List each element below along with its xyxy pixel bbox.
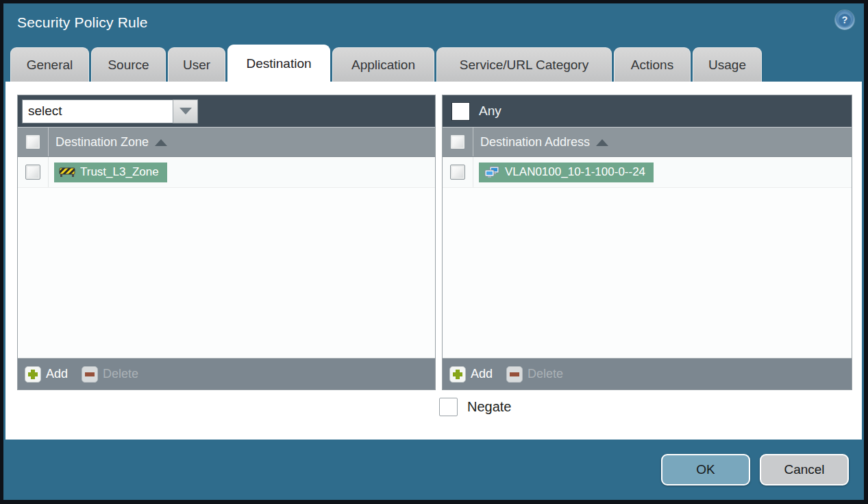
cancel-button[interactable]: Cancel (760, 454, 849, 485)
zone-row-checkbox[interactable] (25, 165, 40, 180)
select-all-zones-checkbox[interactable] (25, 134, 40, 149)
tab-application[interactable]: Application (332, 47, 434, 82)
tab-usage[interactable]: Usage (693, 47, 762, 82)
zone-filter-dropdown-button[interactable] (173, 99, 198, 123)
tab-actions[interactable]: Actions (614, 47, 691, 82)
delete-zone-button[interactable]: Delete (82, 366, 138, 383)
add-address-button[interactable]: Add (449, 366, 493, 383)
table-row: VLAN0100_10-1-100-0--24 (443, 157, 852, 188)
page-title: Security Policy Rule (17, 14, 148, 31)
zone-column-title: Destination Zone (55, 135, 149, 149)
chevron-down-icon (179, 108, 192, 115)
address-column-header: Destination Address (443, 127, 852, 157)
dialog-titlebar: Security Policy Rule ? (3, 3, 864, 45)
help-icon[interactable]: ? (835, 10, 854, 29)
negate-checkbox[interactable] (439, 398, 458, 416)
zone-list: Trust_L3_Zone (18, 157, 435, 358)
tab-source[interactable]: Source (91, 47, 166, 82)
destination-zone-panel: Destination Zone (17, 95, 436, 390)
address-toolbar: Add Delete (443, 358, 852, 389)
zone-item-label: Trust_L3_Zone (80, 165, 159, 179)
any-address-checkbox[interactable] (451, 102, 470, 121)
minus-icon (506, 366, 523, 383)
address-row-checkbox[interactable] (450, 165, 465, 180)
address-column-title: Destination Address (480, 135, 590, 149)
security-policy-rule-dialog: Security Policy Rule ? General Source Us… (3, 3, 864, 500)
address-item-link[interactable]: VLAN0100_10-1-100-0--24 (479, 163, 654, 182)
address-icon (484, 166, 500, 178)
address-list: VLAN0100_10-1-100-0--24 (443, 157, 852, 358)
negate-label: Negate (467, 399, 512, 415)
tab-user[interactable]: User (168, 47, 225, 82)
zone-icon (59, 166, 75, 178)
dialog-footer: OK Cancel (3, 436, 864, 500)
plus-icon (25, 366, 41, 383)
plus-icon (449, 366, 466, 383)
minus-icon (82, 366, 98, 383)
zone-filter-input[interactable] (22, 99, 173, 123)
zone-panel-topbar (18, 95, 435, 127)
destination-address-panel: Any Destination Address (442, 95, 852, 390)
zone-item-link[interactable]: Trust_L3_Zone (54, 163, 167, 182)
zone-column-header: Destination Zone (18, 127, 435, 157)
ok-button[interactable]: OK (661, 454, 750, 485)
tab-service-url-category[interactable]: Service/URL Category (436, 47, 612, 82)
address-item-label: VLAN0100_10-1-100-0--24 (505, 165, 645, 179)
tab-general[interactable]: General (10, 47, 89, 82)
table-row: Trust_L3_Zone (18, 157, 435, 188)
tab-strip: General Source User Destination Applicat… (10, 45, 864, 82)
sort-ascending-icon[interactable] (155, 139, 167, 146)
negate-row: Negate (439, 398, 512, 416)
zone-toolbar: Add Delete (18, 358, 435, 389)
delete-address-button[interactable]: Delete (506, 366, 563, 383)
select-all-addresses-checkbox[interactable] (450, 134, 465, 149)
any-label: Any (479, 104, 501, 119)
destination-tab-content: Destination Zone (5, 82, 862, 440)
add-zone-button[interactable]: Add (25, 366, 68, 383)
sort-ascending-icon[interactable] (596, 139, 608, 146)
address-panel-topbar: Any (443, 95, 852, 127)
tab-destination[interactable]: Destination (227, 45, 330, 82)
zone-filter-combo (22, 99, 198, 123)
